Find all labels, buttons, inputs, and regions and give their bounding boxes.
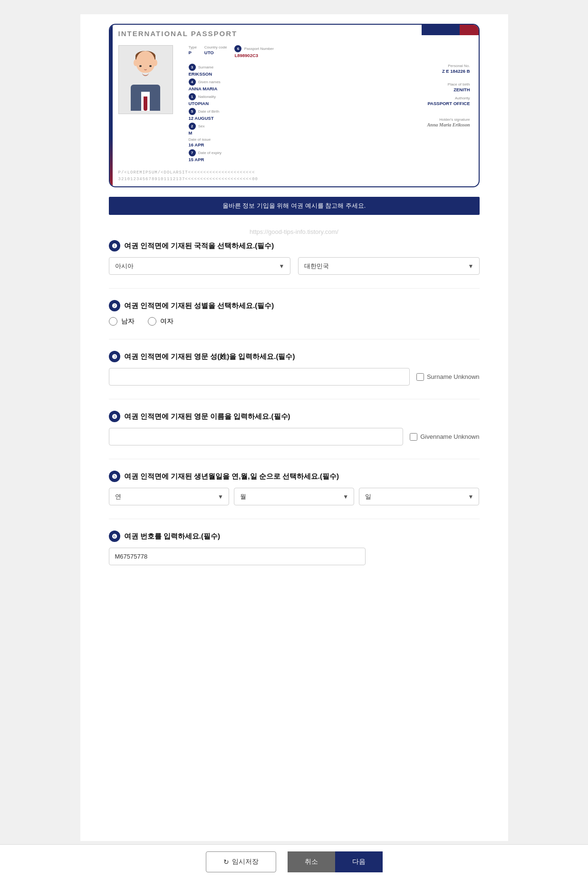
passport-authority-value: PASSPORT OFFICE — [334, 101, 470, 106]
section3-label-text: 여권 인적면에 기재된 영문 성(姓)을 입력하세요.(필수) — [124, 352, 295, 361]
passport-number-input[interactable] — [109, 548, 366, 565]
bottom-bar: ↻ 임시저장 취소 다음 — [0, 844, 588, 879]
passport-left-stripe — [110, 25, 113, 186]
givenname-input-row: Givenname Unknown — [109, 428, 480, 445]
givenname-unknown-label[interactable]: Givenname Unknown — [410, 433, 479, 441]
passport-num1-badge: 1 — [189, 93, 196, 100]
section-surname-label: ❸ 여권 인적면에 기재된 영문 성(姓)을 입력하세요.(필수) — [109, 351, 480, 362]
country-select-wrapper: 대한민국 미국 일본 중국 영국 ▼ — [298, 257, 480, 275]
gender-male-label[interactable]: 남자 — [109, 317, 135, 326]
gender-male-radio[interactable] — [109, 317, 117, 326]
person-figure — [126, 49, 164, 111]
watermark: https://good-tips-info.tistory.com/ — [109, 228, 480, 235]
section2-label-text: 여권 인적면에 기재된 성별을 선택하세요.(필수) — [124, 301, 274, 310]
section-nationality-label: ❶ 여권 인적면에 기재된 국적을 선택하세요.(필수) — [109, 240, 480, 251]
passport-personal-no-value: Z E 184226 B — [334, 68, 470, 74]
surname-unknown-label[interactable]: Surname Unknown — [416, 373, 480, 381]
section-passport-number-label: ❻ 여권 번호를 입력하세요.(필수) — [109, 531, 480, 542]
passport-surname-field: 3 Surname ERIKSSON — [189, 64, 325, 77]
surname-unknown-checkbox[interactable] — [416, 373, 424, 381]
info-bar-text: 올바른 정보 기입을 위해 여권 예시를 참고해 주세요. — [222, 202, 366, 209]
passport-body: Type P Country code UTO 6 Passport Numbe… — [110, 40, 479, 167]
passport-card: INTERNATIONAL PASSPORT — [109, 24, 480, 187]
section-dob-label: ❺ 여권 인적면에 기재된 생년월일을 연,월,일 순으로 선택하세요.(필수) — [109, 471, 480, 482]
divider-1 — [109, 288, 480, 289]
gender-male-text: 남자 — [121, 317, 135, 326]
passport-doe-value: 15 APR — [189, 157, 325, 162]
surname-unknown-text: Surname Unknown — [427, 373, 480, 380]
passport-mrz-line2: 3210123456789101112137<<<<<<<<<<<<<<<<<<… — [118, 176, 470, 183]
person-eye-right — [149, 65, 152, 67]
passport-num7-badge: 7 — [189, 149, 196, 156]
section5-number: ❺ — [109, 471, 120, 482]
passport-dob-field: 5 Date of Birth 12 AUGUST — [189, 108, 325, 121]
year-select-wrapper: 연 ▼ — [109, 488, 229, 505]
save-temp-icon: ↻ — [223, 858, 229, 866]
section-passport-number: ❻ 여권 번호를 입력하세요.(필수) — [109, 531, 480, 565]
passport-personal-no-label: Personal No. — [334, 64, 470, 68]
person-eye-left — [139, 65, 142, 67]
section-gender-label: ❷ 여권 인적면에 기재된 성별을 선택하세요.(필수) — [109, 300, 480, 311]
gender-female-text: 여자 — [160, 317, 174, 326]
day-select[interactable]: 일 — [359, 488, 479, 505]
passport-doi-value: 16 APR — [189, 142, 325, 147]
continent-select[interactable]: 아시아 유럽 아메리카 아프리카 오세아니아 — [109, 257, 290, 275]
passport-mrz: P/<LOREMIPSUM/<DOLARSIT<<<<<<<<<<<<<<<<<… — [110, 167, 479, 186]
passport-signature-field: Holder's signature Anna Maria Eriksson — [334, 117, 470, 127]
section-gender: ❷ 여권 인적면에 기재된 성별을 선택하세요.(필수) 남자 여자 — [109, 300, 480, 326]
passport-type-value: P — [189, 50, 197, 55]
passport-header-bar: INTERNATIONAL PASSPORT — [110, 25, 479, 40]
section4-number: ❹ — [109, 411, 120, 422]
passport-num5-badge: 5 — [189, 108, 196, 115]
passport-doi-field: Date of issue 16 APR — [189, 137, 325, 147]
btn-group-right: 취소 다음 — [288, 851, 383, 872]
passport-doi-label: Date of issue — [189, 137, 325, 142]
year-select[interactable]: 연 — [109, 488, 229, 505]
passport-pob-label: Place of birth — [334, 82, 470, 87]
cancel-button[interactable]: 취소 — [288, 851, 335, 872]
person-tie — [144, 97, 147, 111]
passport-num4-badge: 4 — [189, 78, 196, 86]
passport-title: INTERNATIONAL PASSPORT — [118, 29, 470, 38]
passport-nationality-field: 1 Nationality UTOPIAN — [189, 93, 325, 106]
givenname-input[interactable] — [109, 428, 404, 445]
divider-5 — [109, 519, 480, 519]
passport-info-area: Type P Country code UTO 6 Passport Numbe… — [189, 45, 470, 164]
country-select[interactable]: 대한민국 미국 일본 중국 영국 — [298, 257, 480, 275]
divider-4 — [109, 459, 480, 459]
month-select[interactable]: 월 — [234, 488, 354, 505]
passport-country-code-label: Country code — [204, 45, 227, 49]
info-bar: 올바른 정보 기입을 위해 여권 예시를 참고해 주세요. — [109, 197, 480, 215]
section1-number: ❶ — [109, 240, 120, 251]
passport-pob-value: ZENITH — [334, 87, 470, 92]
gender-female-label[interactable]: 여자 — [148, 317, 174, 326]
section1-label-text: 여권 인적면에 기재된 국적을 선택하세요.(필수) — [124, 241, 274, 251]
passport-sex-label: 2 Sex — [189, 123, 325, 130]
section6-label-text: 여권 번호를 입력하세요.(필수) — [124, 532, 221, 541]
next-button[interactable]: 다음 — [335, 851, 383, 872]
passport-type-label: Type — [189, 45, 197, 49]
gender-radio-group: 남자 여자 — [109, 317, 480, 326]
person-nose — [144, 68, 147, 70]
passport-doe-field: 7 Date of expiry 15 APR — [189, 149, 325, 162]
passport-left-col: 3 Surname ERIKSSON 4 Given names ANNA MA… — [189, 64, 325, 164]
passport-givennames-label: 4 Given names — [189, 78, 325, 86]
givenname-unknown-checkbox[interactable] — [410, 433, 417, 441]
surname-input[interactable] — [109, 368, 410, 386]
gender-female-radio[interactable] — [148, 317, 156, 326]
continent-select-wrapper: 아시아 유럽 아메리카 아프리카 오세아니아 ▼ — [109, 257, 290, 275]
section-nationality: ❶ 여권 인적면에 기재된 국적을 선택하세요.(필수) 아시아 유럽 아메리카… — [109, 240, 480, 275]
person-eyes — [139, 61, 152, 67]
passport-nationality-label: 1 Nationality — [189, 93, 325, 100]
passport-right-col: Personal No. Z E 184226 B Place of birth… — [334, 64, 470, 164]
divider-2 — [109, 339, 480, 339]
section-dob: ❺ 여권 인적면에 기재된 생년월일을 연,월,일 순으로 선택하세요.(필수)… — [109, 471, 480, 505]
passport-sex-field: 2 Sex M — [189, 123, 325, 135]
nationality-select-row: 아시아 유럽 아메리카 아프리카 오세아니아 ▼ 대한민국 미국 일본 중국 영… — [109, 257, 480, 275]
surname-input-row: Surname Unknown — [109, 368, 480, 386]
passport-num3-badge: 3 — [189, 64, 196, 71]
passport-country-code-field: Country code UTO — [204, 45, 227, 58]
save-temp-button[interactable]: ↻ 임시저장 — [206, 851, 276, 872]
passport-surname-value: ERIKSSON — [189, 71, 325, 77]
divider-3 — [109, 399, 480, 399]
